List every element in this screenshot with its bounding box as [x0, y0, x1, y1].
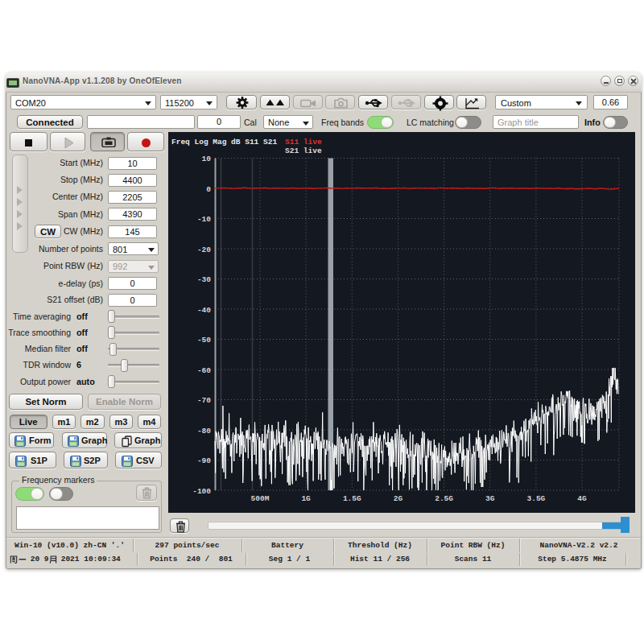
- svg-text:S21 live: S21 live: [285, 147, 322, 155]
- svg-text:-90: -90: [197, 456, 211, 465]
- svg-text:S11 live: S11 live: [285, 138, 322, 147]
- svg-text:1G: 1G: [301, 494, 311, 503]
- svg-text:Freq Log Mag dB S11 S21: Freq Log Mag dB S11 S21: [171, 138, 277, 147]
- svg-text:0: 0: [206, 185, 211, 194]
- svg-text:2G: 2G: [394, 494, 403, 503]
- svg-text:-70: -70: [197, 396, 211, 405]
- svg-text:2.5G: 2.5G: [435, 494, 453, 503]
- svg-text:3G: 3G: [485, 494, 495, 503]
- svg-text:4G: 4G: [577, 494, 587, 503]
- svg-text:10: 10: [202, 155, 212, 163]
- svg-text:-40: -40: [197, 306, 211, 315]
- svg-text:500M: 500M: [251, 494, 270, 503]
- svg-text:-60: -60: [197, 366, 211, 375]
- svg-text:1.5G: 1.5G: [343, 494, 361, 503]
- svg-text:-30: -30: [197, 275, 211, 284]
- svg-text:-100: -100: [192, 487, 211, 496]
- svg-text:-10: -10: [197, 215, 211, 224]
- svg-text:-80: -80: [197, 427, 211, 436]
- svg-text:-20: -20: [197, 246, 211, 254]
- svg-text:3.5G: 3.5G: [526, 494, 545, 503]
- svg-text:-50: -50: [197, 336, 211, 345]
